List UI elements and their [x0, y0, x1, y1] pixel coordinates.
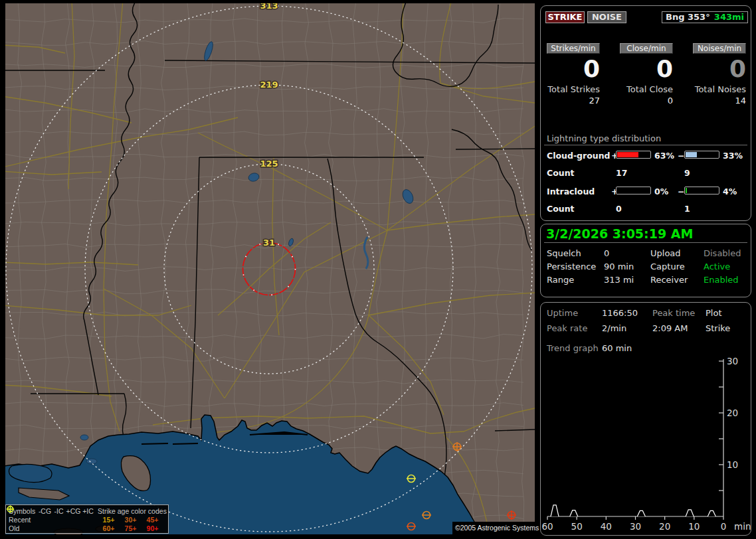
map-legend: Symbols -CG -IC +CG +IC Strike age color…: [5, 504, 169, 534]
range-ring-label: 313: [260, 3, 278, 11]
ic-plus-bar: [616, 187, 651, 194]
distribution-title: Lightning type distribution: [547, 133, 661, 143]
noises-per-min-label: Noises/min: [693, 43, 746, 54]
total-strikes-value: 27: [547, 96, 600, 106]
svg-text:20: 20: [659, 521, 670, 532]
svg-text:50: 50: [571, 521, 583, 532]
trend-graph: 3020106050403020100min: [541, 356, 751, 535]
status-panel: 3/2/2026 3:05:19 AM Squelch 0 Upload Dis…: [540, 224, 751, 297]
total-close-value: 0: [620, 96, 673, 106]
svg-text:10: 10: [727, 459, 738, 470]
total-strikes-label: Total Strikes: [547, 84, 600, 94]
range-ring-label: 125: [260, 159, 278, 169]
cg-minus-bar: [684, 151, 719, 159]
noise-button[interactable]: NOISE: [587, 11, 626, 23]
svg-text:30: 30: [727, 356, 738, 366]
close-column: Close/min 0 Total Close 0: [620, 43, 673, 106]
svg-text:40: 40: [601, 521, 612, 532]
svg-text:0: 0: [721, 521, 727, 532]
noises-per-min-value: 0: [693, 56, 746, 82]
cg-plus-bar: [616, 151, 651, 159]
strikes-column: Strikes/min 0 Total Strikes 27: [547, 43, 600, 106]
bearing-indicator: Bng 353° 343mi: [662, 11, 748, 23]
svg-text:min: min: [734, 521, 751, 532]
range-ring-label: 219: [260, 80, 278, 90]
ic-minus-bar: [684, 187, 719, 194]
noises-column: Noises/min 0 Total Noises 14: [693, 43, 746, 106]
legend-age-header: Strike age color codes: [98, 507, 163, 515]
total-noises-label: Total Noises: [693, 84, 746, 94]
strike-button[interactable]: STRIKE: [545, 11, 585, 23]
copyright-notice: ©2005 Astrogenic Systems: [452, 522, 535, 534]
total-noises-value: 14: [693, 96, 746, 106]
close-per-min-value: 0: [620, 56, 673, 82]
cloud-ground-row: Cloud-ground + 63% − 33%: [541, 151, 751, 160]
svg-text:60: 60: [541, 521, 553, 532]
intracloud-row: Intracloud + 0% − 4%: [541, 187, 751, 196]
svg-text:10: 10: [688, 521, 700, 532]
stats-panel: STRIKE NOISE Bng 353° 343mi Strikes/min …: [540, 5, 751, 221]
strikes-per-min-value: 0: [547, 56, 600, 82]
bearing-range: 343mi: [714, 12, 744, 23]
strikes-per-min-label: Strikes/min: [547, 43, 600, 54]
svg-text:30: 30: [630, 521, 641, 532]
total-close-label: Total Close: [620, 84, 673, 94]
lightning-map[interactable]: 31321912531 Symbols -CG -IC +CG +IC Stri…: [5, 3, 535, 534]
svg-text:20: 20: [727, 408, 738, 418]
datetime-display: 3/2/2026 3:05:19 AM: [546, 226, 693, 241]
close-per-min-label: Close/min: [620, 43, 673, 54]
trend-panel: Uptime 1166:50 Peak time Plot Peak rate …: [540, 302, 751, 536]
bearing-value: Bng 353°: [666, 12, 710, 23]
range-ring-label: 31: [263, 238, 275, 248]
